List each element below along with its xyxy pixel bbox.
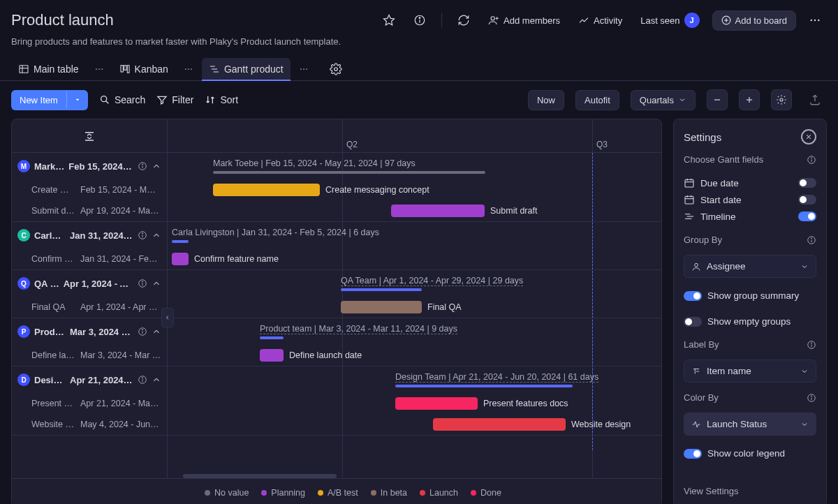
tab-gantt-label: Gantt product	[224, 64, 284, 75]
search-button[interactable]: Search	[99, 94, 145, 105]
last-seen[interactable]: Last seen J	[635, 8, 705, 32]
horizontal-scrollbar[interactable]	[183, 474, 337, 478]
info-icon[interactable]	[138, 230, 147, 240]
gantt-bar[interactable]	[391, 205, 485, 217]
show-group-summary-toggle[interactable]	[684, 291, 702, 301]
gantt-bar[interactable]	[213, 184, 320, 196]
zoom-select[interactable]: Quartals	[631, 90, 696, 110]
gantt-bar[interactable]	[395, 397, 478, 410]
new-item-caret-icon[interactable]	[66, 91, 88, 108]
due-date-toggle[interactable]	[798, 178, 816, 188]
info-icon[interactable]	[138, 327, 147, 336]
close-icon[interactable]	[801, 129, 816, 144]
task-row[interactable]: Final QA Apr 1, 2024 - Apr 29, 2024	[12, 297, 167, 318]
color-by-value: Launch Status	[707, 419, 795, 429]
label-by-select[interactable]: Item name	[684, 360, 816, 383]
group-header[interactable]: Q QA … Apr 1, 2024 - Ap…	[12, 270, 167, 297]
column-resize-handle[interactable]	[161, 308, 174, 327]
filter-button[interactable]: Filter	[156, 94, 193, 105]
tab-settings-icon[interactable]	[325, 59, 346, 80]
add-members-button[interactable]: Add members	[483, 10, 566, 30]
more-icon[interactable]	[803, 10, 827, 31]
group-header[interactable]: P Produ… Mar 3, 2024 - …	[12, 318, 167, 345]
svg-point-76	[811, 342, 811, 343]
gantt-bar-label: Submit draft	[490, 206, 537, 216]
task-row[interactable]: Confirm featur… Jan 31, 2024 - Fe…	[12, 249, 167, 269]
zoom-out-button[interactable]	[707, 89, 728, 110]
start-date-toggle[interactable]	[798, 195, 816, 205]
export-icon[interactable]	[803, 89, 827, 110]
group-header[interactable]: C Carla L… Jan 31, 2024…	[12, 222, 167, 249]
chevron-up-icon[interactable]	[152, 279, 161, 288]
group-by-select[interactable]: Assignee	[684, 255, 816, 278]
task-row[interactable]: Define launc… Mar 3, 2024 - Mar 1…	[12, 345, 167, 366]
gantt-bar[interactable]	[172, 253, 189, 265]
collapse-all-icon[interactable]	[83, 130, 96, 142]
group-summary: QA Team | Apr 1, 2024 - Apr 29, 2024 | 2…	[341, 276, 523, 286]
svg-rect-63	[685, 196, 693, 204]
zoom-in-button[interactable]	[739, 89, 760, 110]
info-icon[interactable]	[408, 10, 432, 31]
task-row[interactable]: Present featur… Apr 21, 2024 - Ma…	[12, 393, 167, 414]
tab-gantt-more-icon[interactable]	[296, 61, 311, 77]
group-header[interactable]: D Desig… Apr 21, 2024 -…	[12, 366, 167, 393]
task-dates: Mar 3, 2024 - Mar 1…	[80, 350, 161, 360]
info-icon[interactable]	[807, 393, 816, 403]
refresh-icon[interactable]	[452, 10, 476, 31]
group-summary-bar	[213, 171, 485, 174]
tab-gantt[interactable]: Gantt product	[202, 58, 291, 80]
gantt-bar-label: Create messaging concept	[325, 185, 429, 195]
view-settings-link[interactable]: View Settings	[684, 486, 816, 496]
tab-main-table[interactable]: Main table	[11, 58, 86, 80]
group-summary: Product team | Mar 3, 2024 - Mar 11, 202…	[260, 324, 457, 334]
timeline-toggle[interactable]	[798, 212, 816, 221]
info-icon[interactable]	[807, 155, 816, 165]
show-empty-groups-label: Show empty groups	[707, 316, 816, 327]
group-by-label: Group By	[684, 235, 722, 245]
info-icon[interactable]	[138, 279, 147, 288]
autofit-button[interactable]: Autofit	[575, 90, 619, 110]
group-header[interactable]: M Mark… Feb 15, 2024 - …	[12, 153, 167, 179]
gantt-bar[interactable]	[260, 349, 284, 362]
group-summary-bar	[341, 288, 422, 291]
chevron-up-icon[interactable]	[152, 230, 161, 240]
task-row[interactable]: Create messagi… Feb 15, 2024 - M…	[12, 179, 167, 200]
task-name: Create messagi…	[31, 185, 75, 195]
gantt-bar[interactable]	[433, 418, 566, 431]
chevron-up-icon[interactable]	[152, 327, 161, 336]
label-by-value: Item name	[707, 366, 795, 376]
show-color-legend-toggle[interactable]	[684, 449, 702, 459]
sort-button[interactable]: Sort	[205, 94, 238, 105]
add-to-board-button[interactable]: Add to board	[712, 10, 796, 31]
calendar-icon	[684, 177, 695, 188]
activity-button[interactable]: Activity	[573, 10, 628, 30]
gantt-settings-icon[interactable]	[771, 89, 792, 110]
chevron-up-icon[interactable]	[152, 161, 161, 171]
info-icon[interactable]	[807, 340, 816, 350]
gantt-bar[interactable]	[341, 301, 422, 313]
svg-point-11	[818, 20, 819, 21]
info-icon[interactable]	[138, 161, 147, 171]
tab-main-more-icon[interactable]	[91, 61, 107, 77]
info-icon[interactable]	[807, 235, 816, 245]
calendar-icon	[684, 194, 695, 205]
task-row[interactable]: Submit d… Apr 19, 2024 - May 21, …	[12, 200, 167, 221]
chevron-up-icon[interactable]	[152, 375, 161, 385]
avatar: P	[17, 325, 30, 338]
tab-kanban[interactable]: Kanban	[112, 58, 175, 80]
legend-dot	[420, 490, 425, 496]
color-by-select[interactable]: Launch Status	[684, 413, 816, 436]
show-empty-groups-toggle[interactable]	[684, 317, 702, 327]
choose-fields-label: Choose Gantt fields	[684, 154, 763, 165]
svg-point-29	[306, 68, 307, 70]
info-icon[interactable]	[138, 375, 147, 385]
star-icon[interactable]	[377, 10, 401, 31]
task-row[interactable]: Website de… May 4, 2024 - Jun 20,…	[12, 414, 167, 435]
due-date-label: Due date	[700, 178, 793, 188]
new-item-button[interactable]: New Item	[11, 90, 88, 110]
avatar: C	[17, 229, 30, 242]
now-button[interactable]: Now	[528, 90, 564, 110]
gantt-bar-label: Define launch date	[289, 350, 362, 360]
svg-point-31	[101, 96, 107, 102]
tab-kanban-more-icon[interactable]	[181, 61, 196, 77]
